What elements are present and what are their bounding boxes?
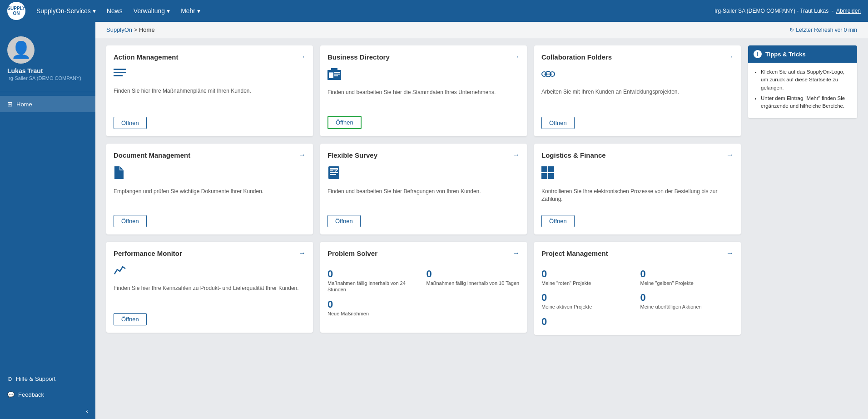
tips-title: Tipps & Tricks xyxy=(765,51,806,58)
stat-label: Meine "roten" Projekte xyxy=(541,280,635,286)
card-title: Logistics & Finance xyxy=(541,151,606,159)
stat-label: Maßnahmen fällig innerhalb von 24 Stunde… xyxy=(327,280,421,293)
svg-rect-21 xyxy=(541,173,547,179)
problem-solver-stats: 0 Maßnahmen fällig innerhalb von 24 Stun… xyxy=(327,268,520,317)
card-header: Project Management → xyxy=(541,249,734,257)
home-icon: ⊞ xyxy=(7,100,13,108)
tips-item-1: Klicken Sie auf das SupplyOn-Logo, um zu… xyxy=(761,68,852,92)
info-icon: i xyxy=(754,50,762,58)
logistics-finance-icon xyxy=(541,166,734,182)
open-document-management-button[interactable]: Öffnen xyxy=(114,215,147,227)
card-desc: Finden und bearbeiten Sie hier Befragung… xyxy=(327,188,520,208)
card-flexible-survey: Flexible Survey → Finden und bearbeiten … xyxy=(320,144,527,234)
card-footer: Öffnen xyxy=(541,117,734,129)
card-problem-solver: Problem Solver → 0 Maßnahmen fällig inne… xyxy=(320,242,527,333)
open-action-management-button[interactable]: Öffnen xyxy=(114,117,147,129)
performance-monitor-icon xyxy=(114,264,306,279)
svg-rect-12 xyxy=(330,172,338,173)
stat-item: 0 Maßnahmen fällig innerhalb von 10 Tage… xyxy=(427,268,520,293)
tips-header: i Tipps & Tricks xyxy=(748,45,857,63)
card-arrow-icon[interactable]: → xyxy=(298,249,306,257)
card-title: Flexible Survey xyxy=(327,151,377,159)
cards-column-2: Business Directory → Finden und bearbeit… xyxy=(320,45,527,335)
card-action-management: Action Management → Finden Sie hier Ihre… xyxy=(106,45,313,136)
nav-services[interactable]: SupplyOn-Services ▾ xyxy=(36,7,96,15)
open-flexible-survey-button[interactable]: Öffnen xyxy=(327,215,361,227)
nav-verwaltung[interactable]: Verwaltung ▾ xyxy=(134,7,170,15)
stat-label: Meine aktiven Projekte xyxy=(541,304,635,310)
svg-rect-19 xyxy=(541,166,547,172)
stat-label: Neue Maßnahmen xyxy=(327,310,421,317)
cards-area: Action Management → Finden Sie hier Ihre… xyxy=(95,38,868,342)
svg-rect-0 xyxy=(114,69,126,70)
card-header: Collaboration Folders → xyxy=(541,53,734,61)
nav-news[interactable]: News xyxy=(107,7,123,15)
card-header: Flexible Survey → xyxy=(327,151,520,159)
tips-panel: i Tipps & Tricks Klicken Sie auf das Sup… xyxy=(748,45,857,335)
sidebar-item-hilfe[interactable]: ⊙ Hilfe & Support xyxy=(0,371,95,387)
card-header: Logistics & Finance → xyxy=(541,151,734,159)
breadcrumb: SupplyOn > Home xyxy=(106,26,155,33)
chevron-down-icon: ▾ xyxy=(93,7,96,15)
card-header: Performance Monitor → xyxy=(114,249,306,257)
card-arrow-icon[interactable]: → xyxy=(726,249,734,257)
stat-label: Meine "gelben" Projekte xyxy=(640,280,734,286)
sidebar-bottom: ⊙ Hilfe & Support 💬 Feedback ‹ xyxy=(0,371,95,419)
card-arrow-icon[interactable]: → xyxy=(726,53,734,61)
card-arrow-icon[interactable]: → xyxy=(512,249,520,257)
card-header: Problem Solver → xyxy=(327,249,520,257)
main-content: SupplyOn > Home ↻ Letzter Refresh vor 0 … xyxy=(95,22,868,419)
stat-item: 0 Maßnahmen fällig innerhalb von 24 Stun… xyxy=(327,268,421,293)
card-footer: Öffnen xyxy=(327,116,520,129)
card-desc: Arbeiten Sie mit Ihren Kunden an Entwick… xyxy=(541,88,734,110)
tips-card: i Tipps & Tricks Klicken Sie auf das Sup… xyxy=(748,45,857,118)
breadcrumb-bar: SupplyOn > Home ↻ Letzter Refresh vor 0 … xyxy=(95,22,868,38)
stat-number: 0 xyxy=(541,316,635,328)
collapse-icon: ‹ xyxy=(86,407,88,414)
sidebar: 👤 Lukas Traut Irg-Sailer SA (DEMO COMPAN… xyxy=(0,22,95,419)
card-arrow-icon[interactable]: → xyxy=(512,53,520,61)
refresh-link[interactable]: ↻ Letzter Refresh vor 0 min xyxy=(789,27,857,33)
logo-text: SUPPLYON xyxy=(7,6,25,16)
card-header: Business Directory → xyxy=(327,53,520,61)
sidebar-collapse-button[interactable]: ‹ xyxy=(0,403,95,419)
project-management-stats: 0 Meine "roten" Projekte 0 Meine "gelben… xyxy=(541,268,734,328)
hilfe-icon: ⊙ xyxy=(7,375,12,382)
stat-number: 0 xyxy=(427,268,520,280)
card-arrow-icon[interactable]: → xyxy=(298,53,306,61)
flexible-survey-icon xyxy=(327,166,520,182)
stat-number: 0 xyxy=(640,292,734,304)
open-business-directory-button[interactable]: Öffnen xyxy=(327,116,362,129)
user-icon: 👤 xyxy=(11,40,31,60)
stat-item: 0 xyxy=(541,316,635,328)
open-performance-monitor-button[interactable]: Öffnen xyxy=(114,313,147,325)
sidebar-item-home[interactable]: ⊞ Home xyxy=(0,96,95,112)
card-footer: Öffnen xyxy=(114,313,306,325)
card-title: Action Management xyxy=(114,53,179,61)
card-header: Action Management → xyxy=(114,53,306,61)
logo[interactable]: SUPPLYON xyxy=(7,2,25,20)
nav-mehr[interactable]: Mehr ▾ xyxy=(181,7,200,15)
svg-rect-2 xyxy=(114,75,123,76)
open-logistics-finance-button[interactable]: Öffnen xyxy=(541,215,575,227)
stat-item: 0 Meine aktiven Projekte xyxy=(541,292,635,310)
svg-rect-6 xyxy=(334,72,340,73)
card-desc: Kontrollieren Sie Ihre elektronischen Pr… xyxy=(541,188,734,208)
svg-rect-1 xyxy=(114,72,126,73)
card-arrow-icon[interactable]: → xyxy=(726,151,734,159)
card-arrow-icon[interactable]: → xyxy=(298,151,306,159)
card-logistics-finance: Logistics & Finance → Kontrollieren Sie … xyxy=(534,144,741,234)
card-arrow-icon[interactable]: → xyxy=(512,151,520,159)
stat-item: 0 Meine "gelben" Projekte xyxy=(640,268,734,286)
stat-number: 0 xyxy=(640,268,734,280)
svg-rect-8 xyxy=(334,75,338,76)
chevron-down-icon: ▾ xyxy=(197,7,200,15)
breadcrumb-supplyon[interactable]: SupplyOn xyxy=(106,26,132,33)
sidebar-item-feedback[interactable]: 💬 Feedback xyxy=(0,387,95,403)
card-title: Performance Monitor xyxy=(114,249,182,257)
card-footer: Öffnen xyxy=(541,215,734,227)
abmelden-link[interactable]: Abmelden xyxy=(836,8,861,14)
open-collaboration-folders-button[interactable]: Öffnen xyxy=(541,117,575,129)
card-title: Business Directory xyxy=(327,53,390,61)
stat-number: 0 xyxy=(541,292,635,304)
